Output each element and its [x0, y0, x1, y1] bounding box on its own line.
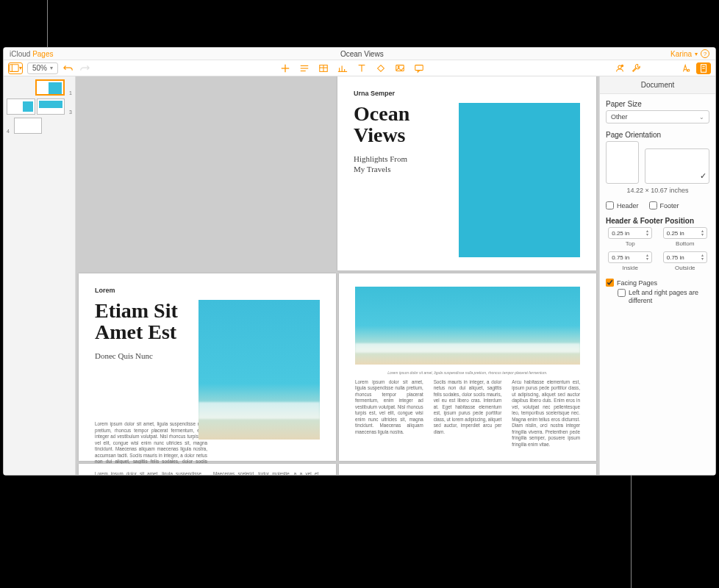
chevron-down-icon: ⌄	[699, 114, 704, 121]
brand-suffix: Pages	[32, 50, 53, 58]
lr-different-checkbox[interactable]: Left and right pages are different	[618, 289, 709, 305]
chart-icon[interactable]	[337, 62, 348, 74]
header-footer-position-section: Header & Footer Position 0.25 in▴▾ Top 0…	[606, 217, 709, 271]
page-1[interactable]: Urna Semper Ocean Views Highlights From …	[337, 76, 596, 270]
page-3[interactable]: Lorem ipsum dolor sit amet, ligula suspe…	[339, 273, 596, 461]
top-label: Top	[626, 240, 635, 247]
inspector-panel: Document Paper Size Other ⌄ Page Orienta…	[599, 76, 715, 475]
kicker: Urna Semper	[354, 90, 580, 97]
thumb-number-3: 3	[66, 110, 72, 115]
user-name: Karina	[670, 50, 692, 58]
document-canvas[interactable]: Urna Semper Ocean Views Highlights From …	[76, 76, 599, 475]
svg-rect-0	[10, 64, 18, 71]
hf-position-label: Header & Footer Position	[606, 217, 709, 225]
facing-pages-checkbox[interactable]: Facing Pages	[606, 279, 709, 287]
thumbnail-page-4[interactable]	[14, 118, 42, 134]
undo-button[interactable]	[62, 62, 74, 74]
orientation-landscape[interactable]: ✓	[645, 148, 709, 184]
paper-size-section: Paper Size Other ⌄	[606, 100, 709, 123]
facing-pages-section: Facing Pages Left and right pages are di…	[606, 279, 709, 305]
page-thumbnails: 1 3 4	[4, 76, 76, 475]
subhead: Donec Quis Nunc	[95, 351, 184, 361]
format-button[interactable]	[680, 62, 692, 74]
thumb-number-1: 1	[66, 90, 72, 96]
table-icon[interactable]	[318, 62, 329, 74]
thumb-number-4: 4	[7, 129, 12, 134]
paper-size-label: Paper Size	[606, 100, 709, 108]
thumbnail-page-1[interactable]	[35, 79, 65, 96]
thumbnail-page-3[interactable]	[37, 98, 65, 115]
app-window: iCloud Pages Ocean Views Karina ▾ ? ▾ 50…	[3, 47, 716, 476]
help-icon[interactable]: ?	[701, 49, 709, 58]
text-columns: Lorem ipsum dolor sit amet, ligula suspe…	[355, 379, 580, 448]
svg-marker-16	[378, 65, 384, 71]
callout-line-top	[47, 0, 48, 47]
spread-3: Lorem ipsum dolor sit amet, ligula suspe…	[79, 464, 596, 475]
view-button[interactable]: ▾	[8, 62, 23, 74]
col-3: Arcu habitasse elementum est, ipsum puru…	[512, 379, 580, 448]
svg-point-20	[618, 65, 621, 68]
bottom-margin-stepper[interactable]: 0.25 in▴▾	[663, 227, 707, 239]
article-image	[198, 300, 320, 440]
outside-margin-stepper[interactable]: 0.75 in▴▾	[663, 251, 707, 263]
kicker: Lorem	[95, 287, 320, 294]
svg-point-22	[687, 69, 690, 71]
page-5[interactable]	[339, 464, 596, 475]
paper-size-select[interactable]: Other ⌄	[606, 110, 709, 123]
zoom-value: 50%	[32, 64, 47, 72]
brand-prefix: iCloud	[10, 50, 30, 58]
page-dimensions: 14.22 × 10.67 inches	[606, 187, 709, 194]
paper-size-value: Other	[611, 113, 628, 121]
inside-margin-stepper[interactable]: 0.75 in▴▾	[608, 251, 652, 263]
orientation-section: Page Orientation ✓ 14.22 × 10.67 inches	[606, 131, 709, 194]
footer-checkbox[interactable]: Footer	[649, 201, 679, 209]
thumbnail-page-2[interactable]	[7, 98, 35, 115]
document-icon	[698, 63, 709, 74]
col-1: Lorem ipsum dolor sit amet, ligula suspe…	[355, 379, 423, 448]
document-inspector-button[interactable]	[696, 62, 711, 74]
document-title: Ocean Views	[54, 50, 671, 58]
hero-image	[459, 103, 580, 257]
tools-button[interactable]	[630, 62, 642, 74]
col-1: Lorem ipsum dolor sit amet, ligula suspe…	[95, 471, 201, 475]
header-footer-checks: Header Footer	[606, 201, 709, 209]
thumb-row-1: 1	[7, 79, 72, 96]
text-columns: Lorem ipsum dolor sit amet, ligula suspe…	[95, 471, 320, 475]
sidebar-icon	[9, 63, 19, 74]
orientation-portrait[interactable]	[606, 141, 639, 184]
insert-group	[279, 62, 425, 74]
inside-label: Inside	[623, 265, 638, 271]
media-icon[interactable]	[394, 62, 406, 74]
chevron-down-icon: ▾	[695, 51, 698, 57]
stepper-arrows-icon: ▴▾	[701, 229, 704, 237]
add-button[interactable]	[279, 62, 291, 74]
collaborate-button[interactable]	[614, 62, 626, 74]
text-icon[interactable]	[356, 62, 368, 74]
main-row: 1 3 4 Urna Semper	[4, 76, 715, 475]
top-margin-stepper[interactable]: 0.25 in▴▾	[608, 227, 652, 239]
orientation-label: Page Orientation	[606, 131, 709, 139]
chevron-down-icon: ▾	[50, 65, 53, 71]
zoom-select[interactable]: 50% ▾	[27, 62, 58, 74]
spread-1: Urna Semper Ocean Views Highlights From …	[79, 76, 596, 270]
svg-rect-19	[415, 65, 423, 70]
inspector-title: Document	[600, 76, 715, 94]
page-4[interactable]: Lorem ipsum dolor sit amet, ligula suspe…	[79, 464, 336, 475]
thumb-row-3: 4	[7, 118, 72, 134]
headline: Etiam Sit Amet Est	[95, 300, 184, 343]
bottom-label: Bottom	[676, 240, 694, 247]
user-menu[interactable]: Karina ▾ ?	[670, 49, 709, 58]
comment-icon[interactable]	[413, 62, 425, 74]
headline: Ocean Views	[354, 103, 444, 146]
outside-label: Outside	[675, 265, 695, 271]
list-icon[interactable]	[298, 62, 310, 74]
chevron-down-icon: ▾	[19, 65, 22, 71]
redo-button[interactable]	[79, 62, 90, 74]
col-2: Sociis mauris in integer, a dolor netus …	[434, 379, 502, 448]
subhead: Highlights From My Travels	[354, 154, 444, 175]
shape-icon[interactable]	[375, 62, 387, 74]
page-2[interactable]: Lorem Etiam Sit Amet Est Donec Quis Nunc	[79, 273, 336, 461]
header-checkbox[interactable]: Header	[606, 201, 639, 209]
stepper-arrows-icon: ▴▾	[701, 254, 704, 261]
svg-point-21	[621, 65, 623, 66]
